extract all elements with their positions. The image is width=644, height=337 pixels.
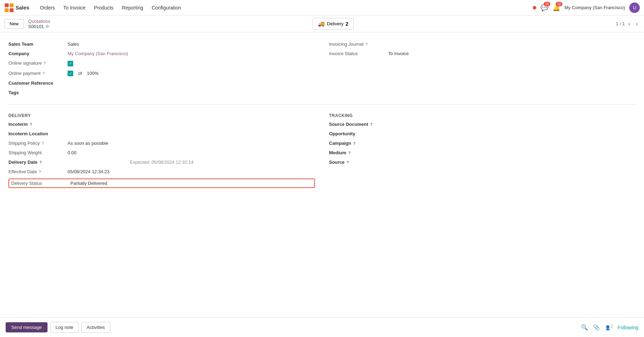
form-right-col: Invoicing Journal ? Invoice Status To In… xyxy=(329,39,636,97)
truck-icon: 🚚 xyxy=(318,20,325,27)
online-signature-label: Online signature ? xyxy=(8,60,65,66)
customer-reference-label: Customer Reference xyxy=(8,80,65,86)
top-navbar: Sales Orders To Invoice Products Reporti… xyxy=(0,0,644,15)
payment-percent: 100% xyxy=(87,71,99,76)
opportunity-label: Opportunity xyxy=(329,131,385,136)
company-label: Company xyxy=(8,51,65,56)
invoice-status-label: Invoice Status xyxy=(329,51,385,56)
bell-icon-btn[interactable]: 🔔 32 xyxy=(553,4,560,12)
incoterm-help-icon[interactable]: ? xyxy=(30,122,32,127)
online-payment-label: Online payment ? xyxy=(8,71,65,76)
breadcrumb: Quotations S00101 ⚙ xyxy=(28,19,50,29)
source-help-icon[interactable]: ? xyxy=(347,160,349,164)
opportunity-row: Opportunity xyxy=(329,129,636,138)
campaign-help-icon[interactable]: ? xyxy=(353,141,355,145)
delivery-status-row-wrapper: Delivery Status Partially Delivered xyxy=(8,176,315,190)
tracking-col: TRACKING Source Document ? Opportunity C… xyxy=(329,110,636,190)
medium-row: Medium ? xyxy=(329,148,636,157)
form-top-section: Sales Team Sales Company My Company (San… xyxy=(8,39,636,97)
delivery-label: Delivery xyxy=(327,21,343,26)
shipping-policy-label: Shipping Policy ? xyxy=(8,141,65,146)
company-row: Company My Company (San Francisco) xyxy=(8,49,315,58)
delivery-date-help-icon[interactable]: ? xyxy=(39,160,42,164)
source-row: Source ? xyxy=(329,157,636,167)
bell-badge: 32 xyxy=(556,2,562,6)
source-document-help-icon[interactable]: ? xyxy=(370,122,373,127)
tags-row: Tags xyxy=(8,88,315,97)
source-document-label: Source Document ? xyxy=(329,122,385,127)
red-dot-indicator[interactable] xyxy=(533,6,536,9)
campaign-label: Campaign ? xyxy=(329,141,385,146)
svg-rect-0 xyxy=(5,3,8,7)
chat-badge: 16 xyxy=(544,2,550,6)
medium-help-icon[interactable]: ? xyxy=(348,151,351,155)
online-payment-help-icon[interactable]: ? xyxy=(43,71,45,76)
sales-team-value: Sales xyxy=(68,41,79,47)
medium-label: Medium ? xyxy=(329,150,385,155)
user-avatar[interactable]: U xyxy=(629,2,640,13)
sales-team-row: Sales Team Sales xyxy=(8,39,315,49)
section-divider-1 xyxy=(8,104,636,105)
incoterm-row: Incoterm ? xyxy=(8,119,315,129)
chat-icon-btn[interactable]: 💬 16 xyxy=(541,4,548,12)
company-name[interactable]: My Company (San Francisco) xyxy=(564,5,625,10)
effective-date-row: Effective Date ? 05/08/2024 12:34:23 xyxy=(8,167,315,176)
of-label: of xyxy=(78,71,82,76)
next-page-button[interactable]: › xyxy=(634,19,640,28)
invoicing-journal-row: Invoicing Journal ? xyxy=(329,39,636,49)
campaign-row: Campaign ? xyxy=(329,138,636,148)
sales-team-label: Sales Team xyxy=(8,41,65,47)
nav-configuration[interactable]: Configuration xyxy=(148,4,184,12)
pagination: 1 / 1 ‹ › xyxy=(616,19,640,28)
incoterm-location-label: Incoterm Location xyxy=(8,131,65,136)
source-document-row: Source Document ? xyxy=(329,119,636,129)
settings-icon[interactable]: ⚙ xyxy=(45,24,49,29)
delivery-status-value: Partially Delivered xyxy=(70,181,107,186)
avatar-initials: U xyxy=(633,5,636,10)
online-payment-row: Online payment ? of 100% xyxy=(8,69,315,79)
main-content: Sales Team Sales Company My Company (San… xyxy=(0,32,644,229)
delivery-button[interactable]: 🚚 Delivery 2 xyxy=(312,18,354,30)
nav-menu: Orders To Invoice Products Reporting Con… xyxy=(36,4,184,12)
effective-date-value: 05/08/2024 12:34:23 xyxy=(68,169,109,174)
action-bar: New Quotations S00101 ⚙ 🚚 Delivery 2 1 /… xyxy=(0,15,644,32)
company-value[interactable]: My Company (San Francisco) xyxy=(68,51,128,56)
nav-to-invoice[interactable]: To Invoice xyxy=(60,4,89,12)
form-left-col: Sales Team Sales Company My Company (San… xyxy=(8,39,315,97)
shipping-policy-row: Shipping Policy ? As soon as possible xyxy=(8,138,315,148)
tags-label: Tags xyxy=(8,90,65,95)
delivery-status-label: Delivery Status xyxy=(11,181,68,186)
delivery-count: 2 xyxy=(346,21,348,27)
status-dot xyxy=(533,6,536,9)
invoice-status-value: To Invoice xyxy=(388,51,409,56)
breadcrumb-parent[interactable]: Quotations xyxy=(28,19,50,24)
nav-orders[interactable]: Orders xyxy=(36,4,58,12)
prev-page-button[interactable]: ‹ xyxy=(626,19,632,28)
form-delivery-section: DELIVERY Incoterm ? Incoterm Location Sh… xyxy=(8,110,636,190)
invoicing-journal-help-icon[interactable]: ? xyxy=(365,42,367,46)
delivery-section-header: DELIVERY xyxy=(8,110,315,119)
brand-name[interactable]: Sales xyxy=(15,5,29,11)
invoice-status-row: Invoice Status To Invoice xyxy=(329,49,636,58)
svg-rect-1 xyxy=(10,3,13,7)
effective-date-help-icon[interactable]: ? xyxy=(39,170,41,174)
nav-reporting[interactable]: Reporting xyxy=(118,4,147,12)
shipping-weight-label: Shipping Weight xyxy=(8,150,65,155)
expected-date-text: Expected: 05/08/2024 12:32:14 xyxy=(130,160,194,165)
new-button[interactable]: New xyxy=(4,19,24,28)
tracking-section-header: TRACKING xyxy=(329,110,636,119)
delivery-date-row: Delivery Date ? Expected: 05/08/2024 12:… xyxy=(8,157,315,167)
brand-logo[interactable]: Sales xyxy=(4,3,29,13)
online-payment-checkbox[interactable] xyxy=(68,71,73,76)
source-label: Source ? xyxy=(329,160,385,165)
shipping-policy-help-icon[interactable]: ? xyxy=(42,141,44,145)
online-signature-help-icon[interactable]: ? xyxy=(44,61,46,65)
online-signature-row: Online signature ? xyxy=(8,58,315,69)
delivery-status-highlighted: Delivery Status Partially Delivered xyxy=(8,179,315,188)
incoterm-label: Incoterm ? xyxy=(8,122,65,127)
invoicing-journal-label: Invoicing Journal ? xyxy=(329,41,385,47)
breadcrumb-current: S00101 ⚙ xyxy=(28,24,50,29)
online-signature-checkbox[interactable] xyxy=(68,61,73,66)
svg-rect-3 xyxy=(10,8,13,12)
nav-products[interactable]: Products xyxy=(90,4,117,12)
